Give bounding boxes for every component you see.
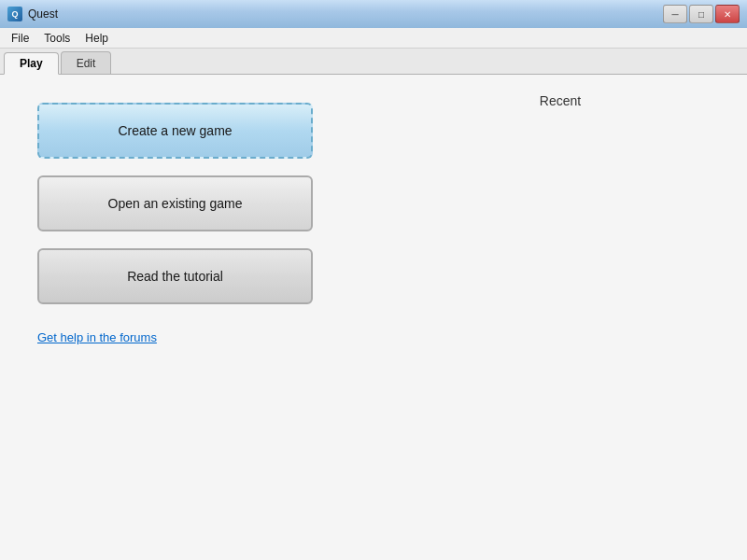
main-content: Create a new game Open an existing game … bbox=[0, 75, 747, 560]
window-controls: ─ □ ✕ bbox=[663, 5, 740, 23]
recent-title: Recent bbox=[392, 93, 728, 108]
create-game-button[interactable]: Create a new game bbox=[37, 103, 313, 159]
window-title: Quest bbox=[28, 7, 58, 21]
tab-play[interactable]: Play bbox=[4, 52, 59, 75]
open-game-button[interactable]: Open an existing game bbox=[37, 175, 313, 231]
app-icon: Q bbox=[7, 7, 22, 21]
title-bar: Q Quest ─ □ ✕ bbox=[0, 0, 747, 28]
close-button[interactable]: ✕ bbox=[715, 5, 740, 23]
tab-edit[interactable]: Edit bbox=[61, 51, 112, 74]
right-panel: Recent bbox=[374, 75, 747, 560]
menu-file[interactable]: File bbox=[4, 30, 36, 47]
left-panel: Create a new game Open an existing game … bbox=[0, 75, 374, 560]
tutorial-button[interactable]: Read the tutorial bbox=[37, 248, 313, 304]
menu-tools[interactable]: Tools bbox=[36, 30, 78, 47]
maximize-button[interactable]: □ bbox=[689, 5, 713, 23]
action-buttons: Create a new game Open an existing game … bbox=[37, 103, 336, 321]
minimize-button[interactable]: ─ bbox=[663, 5, 687, 23]
help-forums-link[interactable]: Get help in the forums bbox=[37, 330, 336, 344]
tab-bar: Play Edit bbox=[0, 49, 747, 75]
menu-bar: File Tools Help bbox=[0, 28, 747, 49]
menu-help[interactable]: Help bbox=[78, 30, 116, 47]
title-bar-left: Q Quest bbox=[7, 7, 58, 21]
